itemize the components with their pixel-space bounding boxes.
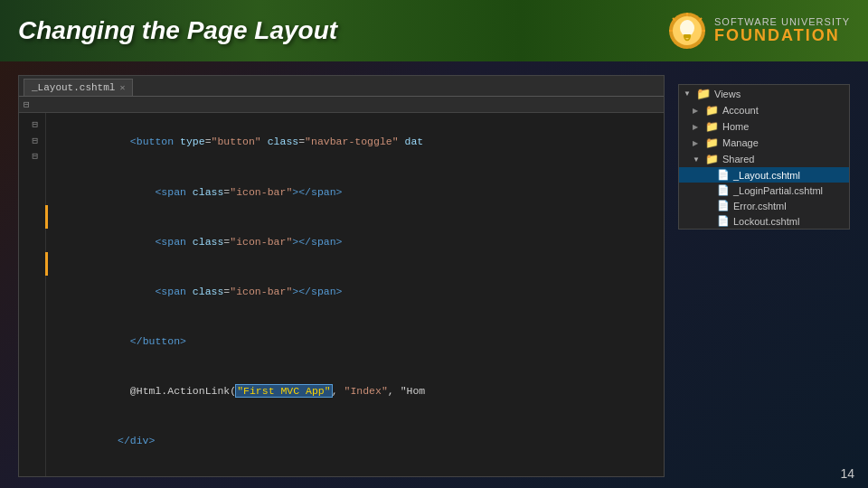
page-title: Changing the Page Layout [18, 16, 337, 45]
tree-label: Home [722, 121, 749, 132]
expand-icon: ▼ [684, 89, 693, 98]
tree-item-error[interactable]: 📄 Error.cshtml [679, 198, 849, 213]
code-line: <span class="icon-bar"></span> [55, 217, 655, 267]
line-indicator-2 [45, 252, 48, 276]
folder-icon: 📁 [705, 120, 719, 133]
line-numbers: ⊟ ⊟ ⊟ [19, 113, 46, 477]
collapse-all-btn[interactable]: ⊟ [24, 99, 30, 110]
logo-area: SOFTWARE UNIVERSITY FOUNDATION [667, 11, 850, 51]
page-number: 14 [840, 466, 854, 481]
code-line: @Html.ActionLink("First MVC App", "Index… [55, 367, 655, 417]
code-content: <button type="button" class="navbar-togg… [46, 113, 664, 477]
header-bar: Changing the Page Layout SOFTWARE UNIVER… [0, 0, 868, 61]
main-content: _Layout.cshtml ✕ ⊟ ⊟ ⊟ ⊟ [0, 61, 868, 488]
tab-label: _Layout.cshtml [32, 82, 115, 93]
tree-item-home[interactable]: ▶ 📁 Home [679, 118, 849, 135]
tab-close-icon[interactable]: ✕ [119, 82, 125, 93]
file-tree: ▼ 📁 Views ▶ 📁 Account ▶ 📁 Home ▶ 📁 Manag… [678, 84, 850, 230]
svg-point-2 [680, 20, 694, 36]
expand-icon: ▶ [693, 123, 702, 131]
expand-icon: ▶ [693, 107, 702, 115]
code-line: </div> [55, 417, 655, 466]
tree-label: Account [722, 105, 759, 116]
svg-rect-3 [684, 34, 691, 38]
file-icon: 📄 [717, 169, 730, 181]
ln: ⊟ [26, 149, 38, 165]
code-line: <button type="button" class="navbar-togg… [55, 117, 655, 167]
tree-item-login-partial[interactable]: 📄 _LoginPartial.cshtml [679, 183, 849, 198]
tree-item-views[interactable]: ▼ 📁 Views [679, 85, 849, 102]
expand-icon: ▼ [693, 155, 702, 164]
expand-icon: ▶ [693, 139, 702, 147]
tree-item-manage[interactable]: ▶ 📁 Manage [679, 135, 849, 151]
tree-item-lockout[interactable]: 📄 Lockout.cshtml [679, 213, 849, 229]
ln: ⊟ [26, 117, 38, 134]
editor-body: ⊟ ⊟ ⊟ [19, 113, 664, 477]
tree-item-layout[interactable]: 📄 _Layout.cshtml [679, 167, 849, 183]
tree-item-shared[interactable]: ▼ 📁 Shared [679, 151, 849, 167]
tree-label: Error.cshtml [733, 201, 787, 211]
file-icon: 📄 [717, 184, 730, 196]
code-line: <span class="icon-bar"></span> [55, 167, 655, 217]
code-editor: _Layout.cshtml ✕ ⊟ ⊟ ⊟ ⊟ [18, 75, 665, 477]
code-line: <div class="navbar-collapse collapse"> [55, 466, 655, 477]
editor-toolbar: ⊟ [19, 97, 664, 113]
tree-label: Shared [722, 154, 754, 164]
code-line: </button> [55, 317, 655, 367]
folder-icon: 📁 [705, 104, 719, 117]
logo-icon [667, 11, 707, 51]
folder-icon: 📁 [705, 153, 719, 165]
tree-label: Views [714, 89, 741, 99]
editor-tab[interactable]: _Layout.cshtml ✕ [24, 79, 133, 96]
tree-label: Manage [722, 137, 759, 148]
file-icon: 📄 [717, 215, 730, 227]
tree-label: Lockout.cshtml [733, 216, 799, 227]
tree-item-account[interactable]: ▶ 📁 Account [679, 102, 849, 118]
file-icon: 📄 [717, 200, 730, 211]
folder-icon: 📁 [705, 136, 719, 149]
code-line: <span class="icon-bar"></span> [55, 267, 655, 317]
logo-text: SOFTWARE UNIVERSITY FOUNDATION [714, 16, 850, 45]
ln: ⊟ [26, 134, 38, 150]
logo-text-bottom: FOUNDATION [714, 27, 850, 45]
folder-icon: 📁 [696, 87, 711, 100]
line-indicator-1 [45, 205, 48, 229]
editor-tab-bar: _Layout.cshtml ✕ [19, 76, 664, 97]
tree-label: _LoginPartial.cshtml [733, 185, 823, 196]
tree-label: _Layout.cshtml [733, 170, 800, 181]
